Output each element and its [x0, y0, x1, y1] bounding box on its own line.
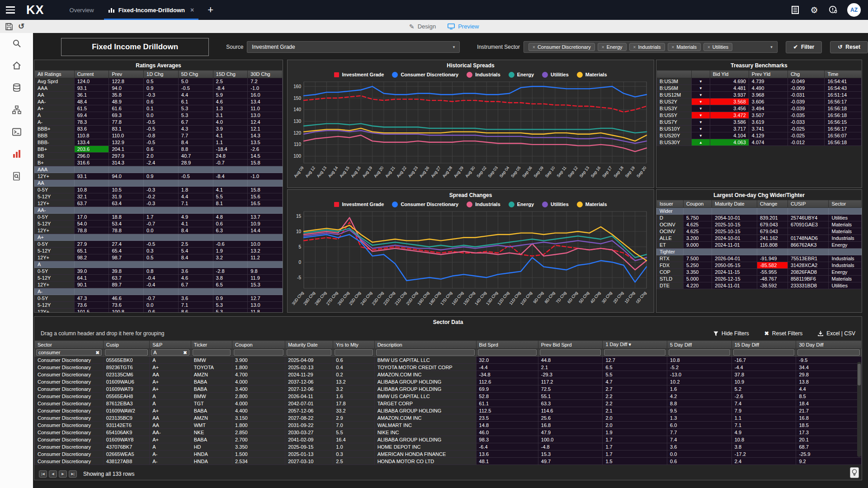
historical-spreads-chart[interactable]: 100110120130140150160Aug 09Aug 12Aug 13A…: [288, 79, 653, 187]
legend-item[interactable]: Energy: [509, 72, 534, 78]
table-row[interactable]: BBB-133.4132.9-0.58.41.113.5: [35, 139, 283, 146]
remove-chip-icon[interactable]: ×: [602, 45, 604, 50]
table-row[interactable]: Consumer Discretionary01609WAY8A+BABA2.7…: [35, 436, 862, 443]
table-row[interactable]: Consumer Discretionary01609WAT9A+BABA3.4…: [35, 385, 862, 393]
remove-chip-icon[interactable]: ×: [533, 45, 535, 50]
table-row[interactable]: B:US20Y ▼ 4.104 4.129 -0.025 16:56:07: [657, 132, 862, 139]
pipeline-icon[interactable]: [12, 105, 22, 115]
first-page-button[interactable]: |◀: [39, 470, 47, 478]
inspect-icon[interactable]: [12, 171, 22, 181]
table-row[interactable]: AA36.135.8-0.34.45.916.0: [35, 92, 283, 99]
column-header[interactable]: Ticker: [191, 341, 232, 349]
table-row[interactable]: A+61.561.60.15.31.311.0: [35, 105, 283, 112]
legend-item[interactable]: Investment Grade: [334, 72, 384, 77]
remove-chip-icon[interactable]: ×: [633, 45, 636, 50]
table-row[interactable]: 0-5Y17.018.81.74.94.813.7: [35, 214, 283, 221]
column-filter-input[interactable]: [540, 349, 601, 356]
table-row[interactable]: Consumer Discretionary01609WAW2A+BABA4.4…: [35, 407, 862, 414]
table-row[interactable]: D5.7502054-10-01839.20125746UBY4Utilitie…: [657, 215, 862, 221]
table-row[interactable]: Consumer Discretionary05565EAH8ABMW2.800…: [35, 393, 862, 400]
table-row[interactable]: B:US5Y ▼ 3.472 3.507 -0.035 16:56:18: [657, 112, 862, 119]
column-filter-input[interactable]: A✖: [151, 349, 189, 356]
table-row[interactable]: ALLE3.2002024-10-01241.16201748NAD6Indus…: [657, 235, 862, 242]
sector-chip[interactable]: ×Consumer Discretionary: [528, 43, 595, 51]
table-row[interactable]: BBB+83.683.1-0.54.33.912.1: [35, 126, 283, 132]
tab-overview[interactable]: Overview: [62, 0, 101, 20]
table-row[interactable]: 12Y+90.189.7-0.46.76.515.3: [35, 282, 283, 288]
table-row[interactable]: 0-5Y10.810.5-0.31.84.115.8: [35, 187, 283, 193]
column-header[interactable]: 1 Day Diff ▾: [603, 341, 667, 349]
legend-item[interactable]: Industrials: [467, 72, 500, 78]
table-row[interactable]: Consumer Discretionary437076BK7AHD3.3502…: [35, 443, 862, 450]
legend-item[interactable]: Materials: [577, 202, 607, 207]
table-row[interactable]: B:US10Y ▼ 3.717 3.741 -0.025 16:56:17: [657, 126, 862, 132]
table-row[interactable]: Consumer Discretionary023135CM6AAAMZN4.7…: [35, 371, 862, 378]
table-row[interactable]: Consumer Discretionary01609WAU6A+BABA4.0…: [35, 378, 862, 385]
table-row[interactable]: Consumer Discretionary05565EBK0ABMW3.900…: [35, 357, 862, 364]
hamburger-menu-icon[interactable]: [0, 6, 21, 14]
source-dropdown[interactable]: Investment Grade ▾: [247, 41, 460, 53]
table-row[interactable]: Consumer Discretionary654106AK9AA-NKE2.8…: [35, 429, 862, 436]
table-row[interactable]: 12Y+63.763.4-0.37.18.116.5: [35, 200, 283, 207]
table-row[interactable]: 12Y+98.298.70.58.43.211.2: [35, 254, 283, 261]
tab-fixed-income-drilldown[interactable]: Fixed-Income-Drilldown ×: [101, 0, 202, 20]
table-row[interactable]: 12Y+93.194.00.9-0.5-8.4-1.0: [35, 173, 283, 180]
remove-chip-icon[interactable]: ×: [708, 45, 710, 50]
clear-filter-icon[interactable]: ✖: [183, 350, 187, 355]
home-icon[interactable]: [12, 61, 22, 70]
legend-item[interactable]: Materials: [577, 72, 607, 78]
column-header[interactable]: S&P: [150, 341, 191, 349]
table-row[interactable]: B:US7Y ▼ 3.586 3.619 -0.033 16:56:15: [657, 119, 862, 126]
table-row[interactable]: B:US2Y ▼ 3.568 3.606 -0.039 16:56:17: [657, 99, 862, 105]
column-header[interactable]: 15 Day Diff: [731, 341, 796, 349]
lightbulb-button[interactable]: [850, 467, 859, 478]
table-row[interactable]: BB296.0297.92.040.724.814.5: [35, 153, 283, 160]
table-row[interactable]: ET9.0002024-11-01116.808866762AK3Energy: [657, 242, 862, 249]
preview-mode-button[interactable]: Preview: [448, 23, 479, 30]
column-header[interactable]: 30 Day Diff: [796, 341, 862, 349]
column-filter-input[interactable]: [287, 349, 331, 356]
next-page-button[interactable]: ▶: [59, 470, 67, 478]
table-row[interactable]: 0-5Y27.927.4-0.52.5-0.610.0: [35, 241, 283, 248]
column-header[interactable]: Sector: [35, 341, 104, 349]
sector-chip[interactable]: ×Energy: [598, 43, 627, 51]
table-row[interactable]: B+316.6314.3-2.428.9-0.715.8: [35, 160, 283, 166]
column-filter-input[interactable]: [105, 349, 148, 356]
table-row[interactable]: RTX7.5002026-04-01-91.94975513EBR1Indust…: [657, 255, 862, 262]
sector-chip[interactable]: ×Industrials: [629, 43, 665, 51]
remove-chip-icon[interactable]: ×: [672, 45, 675, 50]
sector-chip[interactable]: ×Materials: [668, 43, 701, 51]
undo-icon[interactable]: ↺: [18, 22, 24, 31]
database-icon[interactable]: [12, 83, 22, 93]
table-row[interactable]: 5-12Y64.163.7-0.44.63.811.9: [35, 275, 283, 282]
table-row[interactable]: 5-12Y65.165.40.35.41.913.2: [35, 248, 283, 254]
column-header[interactable]: Maturity Date: [285, 341, 333, 349]
user-avatar[interactable]: AZ: [847, 3, 861, 17]
column-header[interactable]: Yrs to Mty: [333, 341, 374, 349]
legend-item[interactable]: Industrials: [467, 202, 500, 207]
column-filter-input[interactable]: consumer✖: [36, 349, 102, 356]
table-row[interactable]: 12Y+101.5100.8-0.68.65.311.8: [35, 309, 283, 313]
table-row[interactable]: 12Y+78.878.80.08.46.314.4: [35, 227, 283, 234]
column-header[interactable]: Prev Bid Sprd: [538, 341, 603, 349]
clear-filter-icon[interactable]: ✖: [95, 350, 99, 355]
design-mode-button[interactable]: ✎ Design: [409, 23, 436, 30]
terminal-icon[interactable]: [12, 127, 22, 137]
table-row[interactable]: Consumer Discretionary438127AB8A-HNDA2.5…: [35, 458, 862, 465]
close-tab-icon[interactable]: ×: [190, 6, 194, 14]
legend-item[interactable]: Utilities: [542, 72, 569, 78]
search-icon[interactable]: [12, 38, 22, 48]
column-header[interactable]: Bid Sprd: [476, 341, 538, 349]
column-header[interactable]: Cusip: [103, 341, 149, 349]
hide-filters-button[interactable]: Hide Filters: [713, 330, 749, 337]
table-row[interactable]: 0-5Y39.039.80.83.6-2.89.8: [35, 268, 283, 275]
table-row[interactable]: Consumer Discretionary87612EBA3ATGT4.000…: [35, 400, 862, 407]
table-row[interactable]: AA-48.448.90.66.14.613.4: [35, 99, 283, 105]
reset-button[interactable]: ↺ Reset: [830, 41, 868, 53]
add-tab-button[interactable]: +: [201, 4, 220, 16]
spread-changes-chart[interactable]: -505101530D Chg29D Chg28D Chg27D Chg26D …: [288, 209, 653, 312]
column-filter-input[interactable]: [193, 349, 231, 356]
sector-chip[interactable]: ×Utilities: [703, 43, 732, 51]
column-header[interactable]: Coupon: [232, 341, 285, 349]
table-row[interactable]: BB+203.6204.10.68.8-18.4-2.6: [35, 146, 283, 153]
